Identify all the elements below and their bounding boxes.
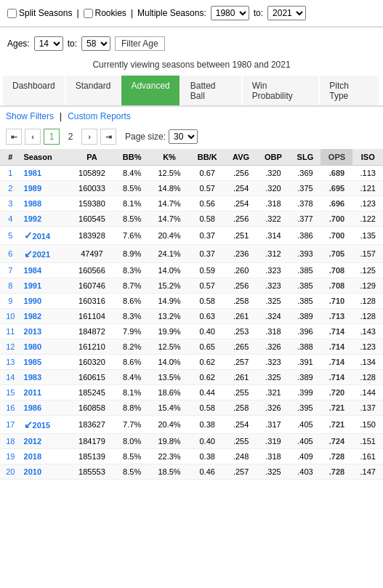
tab-pitch-type[interactable]: Pitch Type — [320, 76, 379, 105]
bbp-cell: 8.6% — [115, 294, 149, 309]
tab-dashboard[interactable]: Dashboard — [3, 76, 65, 105]
slg-cell: .377 — [289, 212, 320, 227]
tab-win-probability[interactable]: Win Probability — [243, 76, 319, 105]
bbk-cell: 0.40 — [190, 434, 225, 449]
avg-cell: .255 — [225, 434, 257, 449]
toolbar-sep: | — [60, 111, 62, 121]
bbk-cell: 0.65 — [190, 339, 225, 355]
ops-cell: .700 — [320, 227, 352, 245]
iso-cell: .135 — [352, 227, 383, 245]
slg-cell: .385 — [289, 278, 320, 294]
bbk-cell: 0.57 — [190, 181, 225, 196]
kp-cell: 19.8% — [149, 434, 189, 449]
obp-cell: .318 — [257, 324, 289, 339]
ops-cell: .708 — [320, 263, 352, 278]
toolbar: Show Filters | Custom Reports — [0, 107, 383, 126]
prev-page-button[interactable]: ‹ — [25, 129, 41, 145]
separator1: | — [76, 8, 78, 18]
col-bbk[interactable]: BB/K — [190, 149, 225, 166]
top-bar: Split Seasons | Rookies | Multiple Seaso… — [0, 0, 383, 27]
tab-batted-ball[interactable]: Batted Ball — [181, 76, 241, 105]
table-row: 12 1980 161210 8.2% 12.5% 0.65 .265 .326… — [0, 339, 383, 355]
bbk-cell: 0.44 — [190, 385, 225, 400]
season-cell: 1988 — [21, 196, 69, 212]
table-row: 16 1986 160858 8.8% 15.4% 0.58 .258 .326… — [0, 400, 383, 416]
ops-cell: .720 — [320, 385, 352, 400]
table-body: 1 1981 105892 8.4% 12.5% 0.67 .256 .320 … — [0, 166, 383, 480]
custom-reports-link[interactable]: Custom Reports — [68, 111, 131, 121]
split-seasons-checkbox[interactable] — [7, 9, 17, 18]
separator2: | — [131, 8, 133, 18]
avg-cell: .251 — [225, 227, 257, 245]
col-obp[interactable]: OBP — [257, 149, 289, 166]
col-bbp[interactable]: BB% — [115, 149, 149, 166]
obp-cell: .318 — [257, 449, 289, 464]
arrow-icon: ↙ — [24, 419, 33, 430]
avg-cell: .256 — [225, 212, 257, 227]
rank-cell: 18 — [0, 434, 21, 449]
tab-standard[interactable]: Standard — [66, 76, 121, 105]
page-1-button[interactable]: 1 — [44, 129, 60, 145]
rookies-checkbox[interactable] — [84, 9, 93, 18]
col-avg[interactable]: AVG — [225, 149, 257, 166]
bbk-cell: 0.38 — [190, 449, 225, 464]
viewing-info: Currently viewing seasons between 1980 a… — [0, 57, 383, 76]
first-page-button[interactable]: ⇤ — [6, 129, 22, 145]
slg-cell: .388 — [289, 339, 320, 355]
bbp-cell: 8.7% — [115, 278, 149, 294]
iso-cell: .123 — [352, 339, 383, 355]
kp-cell: 20.4% — [149, 416, 189, 434]
ops-cell: .714 — [320, 339, 352, 355]
season-cell: 1984 — [21, 263, 69, 278]
bbk-cell: 0.38 — [190, 416, 225, 434]
col-season[interactable]: Season — [21, 149, 69, 166]
next-page-button[interactable]: › — [81, 129, 97, 145]
to-year-select[interactable]: 2021 — [267, 6, 306, 20]
obp-cell: .320 — [257, 166, 289, 181]
kp-cell: 14.7% — [149, 196, 189, 212]
obp-cell: .325 — [257, 370, 289, 385]
col-pa[interactable]: PA — [69, 149, 115, 166]
ages-bar: Ages: 14 to: 58 Filter Age — [0, 31, 383, 57]
col-ops[interactable]: OPS — [320, 149, 352, 166]
pa-cell: 161210 — [69, 339, 115, 355]
table-row: 20 2010 185553 8.5% 18.5% 0.46 .257 .325… — [0, 464, 383, 480]
obp-cell: .322 — [257, 212, 289, 227]
iso-cell: .137 — [352, 400, 383, 416]
col-iso[interactable]: ISO — [352, 149, 383, 166]
table-row: 7 1984 160566 8.3% 14.0% 0.59 .260 .323 … — [0, 263, 383, 278]
pa-cell: 184872 — [69, 324, 115, 339]
bbk-cell: 0.37 — [190, 245, 225, 263]
to-age-select[interactable]: 58 — [81, 36, 110, 51]
iso-cell: .143 — [352, 324, 383, 339]
table-row: 3 1988 159380 8.1% 14.7% 0.56 .254 .318 … — [0, 196, 383, 212]
ops-cell: .721 — [320, 400, 352, 416]
tab-advanced[interactable]: Advanced — [121, 76, 179, 105]
table-row: 5 ✓2014 183928 7.6% 20.4% 0.37 .251 .314… — [0, 227, 383, 245]
col-kp[interactable]: K% — [149, 149, 189, 166]
kp-cell: 14.9% — [149, 294, 189, 309]
table-row: 13 1985 160320 8.6% 14.0% 0.62 .257 .323… — [0, 355, 383, 370]
page-size-select[interactable]: 30 — [169, 129, 198, 144]
ops-cell: .724 — [320, 434, 352, 449]
kp-cell: 15.2% — [149, 278, 189, 294]
show-filters-link[interactable]: Show Filters — [6, 111, 54, 121]
rookies-text: Rookies — [95, 8, 126, 18]
filter-age-button[interactable]: Filter Age — [115, 36, 165, 51]
table-row: 11 2013 184872 7.9% 19.9% 0.40 .253 .318… — [0, 324, 383, 339]
kp-cell: 19.9% — [149, 324, 189, 339]
avg-cell: .261 — [225, 370, 257, 385]
season-cell: ↙2021 — [21, 245, 69, 263]
page-2-button[interactable]: 2 — [63, 129, 78, 145]
col-slg[interactable]: SLG — [289, 149, 320, 166]
season-cell: 1983 — [21, 370, 69, 385]
bbk-cell: 0.46 — [190, 464, 225, 480]
from-year-select[interactable]: 1980 — [211, 6, 249, 20]
kp-cell: 13.5% — [149, 370, 189, 385]
avg-cell: .256 — [225, 278, 257, 294]
bbk-cell: 0.58 — [190, 294, 225, 309]
from-age-select[interactable]: 14 — [34, 36, 63, 51]
pa-cell: 185139 — [69, 449, 115, 464]
last-page-button[interactable]: ⇥ — [100, 129, 116, 145]
table-row: 14 1983 160615 8.4% 13.5% 0.62 .261 .325… — [0, 370, 383, 385]
